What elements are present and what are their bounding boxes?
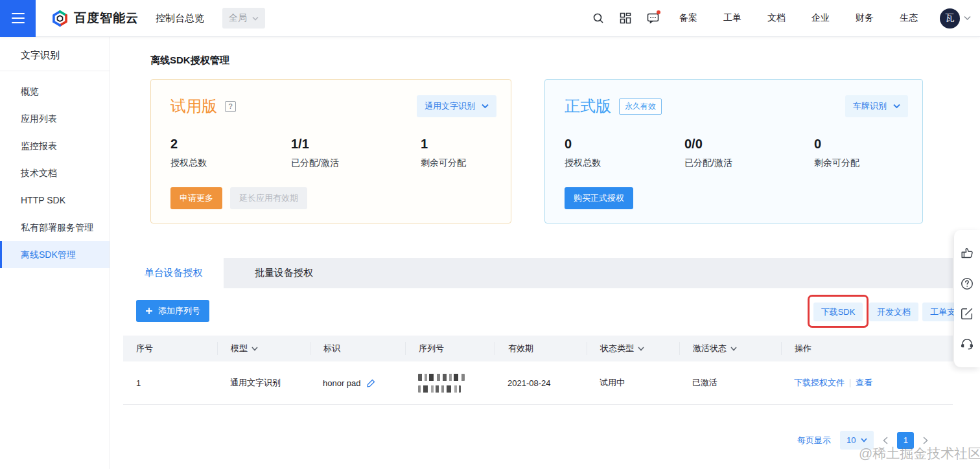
cell-validity: 2021-08-24 [495, 378, 587, 388]
trial-stat-allocated: 1/1 已分配/激活 [291, 137, 339, 169]
sidebar-item-private-deploy[interactable]: 私有部署服务管理 [0, 214, 110, 241]
official-card-title: 正式版 [565, 96, 611, 117]
trial-stat-total: 2 授权总数 [170, 137, 207, 169]
avatar-chevron-down-icon[interactable] [964, 16, 971, 21]
page-title: 离线SDK授权管理 [150, 54, 229, 67]
page-number-current[interactable]: 1 [897, 432, 914, 449]
extend-validity-button[interactable]: 延长应用有效期 [230, 187, 307, 209]
th-status-type[interactable]: 状态类型 [587, 342, 679, 355]
permanent-validity-badge: 永久有效 [619, 98, 662, 115]
nav-right-group: 备案 工单 文档 企业 财务 生态 瓦 [585, 5, 980, 31]
nav-item-gongdan[interactable]: 工单 [710, 12, 754, 24]
floating-help-panel [954, 230, 980, 367]
official-model-dropdown[interactable]: 车牌识别 [845, 95, 908, 117]
stat-value: 1 [421, 137, 466, 152]
user-avatar[interactable]: 瓦 [940, 8, 960, 29]
sidebar-item-overview[interactable]: 概览 [0, 78, 110, 105]
filter-chevron-icon[interactable] [251, 347, 258, 351]
feedback-edit-icon[interactable] [960, 306, 974, 321]
help-circle-icon[interactable] [960, 277, 974, 291]
chevron-down-icon [893, 104, 900, 109]
region-selector-value: 全局 [229, 12, 247, 24]
region-selector-dropdown[interactable]: 全局 [222, 8, 265, 29]
nav-item-wendang[interactable]: 文档 [754, 12, 799, 24]
apply-more-button[interactable]: 申请更多 [170, 187, 222, 209]
chevron-down-icon [252, 16, 259, 21]
per-page-label: 每页显示 [797, 435, 831, 446]
th-validity: 有效期 [495, 342, 587, 355]
th-identifier: 标识 [310, 342, 405, 355]
tab-single-device-auth[interactable]: 单台设备授权 [123, 258, 224, 288]
products-grid-icon[interactable] [612, 5, 639, 31]
notification-dot [657, 10, 660, 14]
official-stat-remaining: 0 剩余可分配 [814, 137, 859, 169]
console-overview-link[interactable]: 控制台总览 [156, 12, 204, 25]
stat-label: 授权总数 [170, 157, 207, 169]
search-icon[interactable] [585, 5, 612, 31]
view-link[interactable]: 查看 [856, 377, 872, 389]
official-model-value: 车牌识别 [853, 100, 887, 112]
prev-page-icon[interactable] [883, 437, 888, 444]
stat-label: 已分配/激活 [291, 157, 339, 169]
download-license-file-link[interactable]: 下载授权文件 [794, 377, 845, 389]
headset-support-icon[interactable] [960, 337, 974, 351]
sidebar-title: 文字识别 [0, 37, 110, 71]
serial-number-redacted [418, 374, 465, 393]
buy-official-license-button[interactable]: 购买正式授权 [565, 187, 633, 209]
add-serial-label: 添加序列号 [158, 305, 200, 317]
brand-logo[interactable]: 百度智能云 [51, 10, 139, 27]
stat-value: 1/1 [291, 137, 339, 152]
edit-pencil-icon[interactable] [366, 378, 376, 388]
cell-model: 通用文字识别 [217, 377, 310, 389]
sidebar-item-tech-docs[interactable]: 技术文档 [0, 159, 110, 187]
cell-identifier: honor pad [310, 378, 405, 388]
trial-model-dropdown[interactable]: 通用文字识别 [417, 95, 496, 117]
th-serial: 序列号 [405, 342, 495, 355]
sidebar-item-offline-sdk[interactable]: 离线SDK管理 [0, 241, 110, 268]
device-auth-tabbar: 单台设备授权 批量设备授权 [123, 258, 953, 288]
chevron-down-icon [482, 104, 489, 109]
nav-item-shengtai[interactable]: 生态 [887, 12, 931, 24]
download-sdk-button[interactable]: 下载SDK [813, 303, 863, 321]
cell-activation-status: 已激活 [679, 377, 781, 389]
sidebar-item-app-list[interactable]: 应用列表 [0, 105, 110, 132]
stat-label: 授权总数 [565, 157, 601, 169]
th-model[interactable]: 模型 [217, 342, 310, 355]
stat-value: 2 [170, 137, 207, 152]
th-actions: 操作 [781, 342, 953, 355]
th-activation-status[interactable]: 激活状态 [679, 342, 781, 355]
add-serial-number-button[interactable]: 添加序列号 [136, 300, 209, 322]
stat-label: 剩余可分配 [421, 157, 466, 169]
next-page-icon[interactable] [923, 437, 928, 444]
stat-value: 0 [814, 137, 859, 152]
nav-item-beian[interactable]: 备案 [666, 12, 710, 24]
hamburger-menu-button[interactable] [0, 0, 36, 37]
thumbs-up-icon[interactable] [960, 246, 974, 260]
pagination: 每页显示 10 1 [797, 431, 928, 450]
plus-icon [145, 307, 153, 315]
baidu-cloud-hexagon-icon [51, 10, 69, 27]
nav-item-qiye[interactable]: 企业 [799, 12, 843, 24]
help-icon[interactable] [225, 101, 236, 112]
tab-batch-device-auth[interactable]: 批量设备授权 [224, 258, 344, 288]
stat-value: 0/0 [684, 137, 732, 152]
per-page-dropdown[interactable]: 10 [840, 431, 874, 450]
stat-value: 0 [565, 137, 601, 152]
sidebar: 文字识别 概览 应用列表 监控报表 技术文档 HTTP SDK 私有部署服务管理… [0, 37, 110, 469]
table-header-row: 序号 模型 标识 序列号 有效期 状态类型 激活状态 操作 [123, 336, 953, 361]
brand-name: 百度智能云 [74, 10, 139, 27]
message-icon[interactable] [639, 5, 666, 31]
official-stat-allocated: 0/0 已分配/激活 [684, 137, 732, 169]
link-separator [850, 379, 850, 387]
nav-item-caiwu[interactable]: 财务 [843, 12, 887, 24]
sidebar-item-monitor-report[interactable]: 监控报表 [0, 132, 110, 159]
filter-chevron-icon[interactable] [638, 347, 644, 351]
identifier-text: honor pad [323, 378, 361, 388]
filter-chevron-icon[interactable] [730, 347, 737, 351]
stat-label: 剩余可分配 [814, 157, 859, 169]
top-navbar: 百度智能云 控制台总览 全局 [0, 0, 980, 37]
stat-label: 已分配/激活 [684, 157, 732, 169]
dev-docs-button[interactable]: 开发文档 [869, 303, 918, 321]
sidebar-item-http-sdk[interactable]: HTTP SDK [0, 187, 110, 214]
cell-actions: 下载授权文件 查看 [781, 377, 953, 389]
